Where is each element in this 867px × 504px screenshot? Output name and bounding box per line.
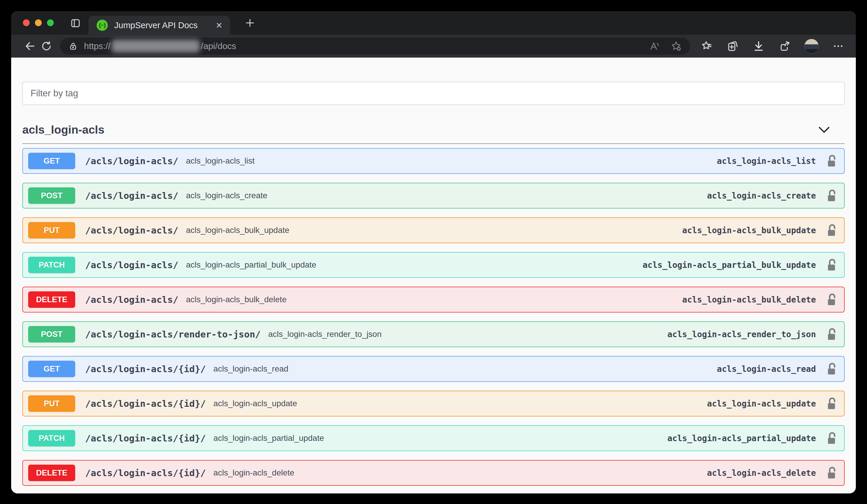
titlebar: {··} JumpServer API Docs xyxy=(11,11,856,35)
unlock-icon[interactable] xyxy=(826,328,836,341)
operation-id: acls_login-acls_partial_bulk_update xyxy=(643,260,816,270)
method-badge[interactable]: POST xyxy=(28,326,75,342)
https-lock-icon[interactable] xyxy=(69,42,77,51)
operation-row[interactable]: POST /acls/login-acls/render-to-json/ ac… xyxy=(22,321,845,347)
operation-id: acls_login-acls_bulk_update xyxy=(682,226,816,235)
unlock-icon[interactable] xyxy=(826,467,836,479)
operation-row[interactable]: GET /acls/login-acls/{id}/ acls_login-ac… xyxy=(22,356,845,382)
operation-id: acls_login-acls_create xyxy=(707,191,816,201)
operation-path: /acls/login-acls/ xyxy=(85,190,178,201)
download-icon[interactable] xyxy=(752,40,765,52)
operation-path: /acls/login-acls/{id}/ xyxy=(85,468,206,478)
close-window-button[interactable] xyxy=(23,19,30,26)
operation-id: acls_login-acls_list xyxy=(717,156,816,166)
method-badge[interactable]: PATCH xyxy=(28,257,75,273)
operation-row[interactable]: DELETE /acls/login-acls/{id}/ acls_login… xyxy=(22,460,845,486)
operation-id: acls_login-acls_bulk_delete xyxy=(682,295,816,304)
tag-section-header[interactable]: acls_login-acls xyxy=(22,124,845,136)
method-badge[interactable]: PUT xyxy=(28,222,75,238)
operation-id: acls_login-acls_render_to_json xyxy=(667,330,816,339)
operation-path: /acls/login-acls/{id}/ xyxy=(85,433,206,443)
address-bar[interactable]: https:// /api/docs xyxy=(60,37,690,55)
zoom-window-button[interactable] xyxy=(47,19,54,26)
operation-id: acls_login-acls_partial_update xyxy=(667,433,816,443)
filter-by-tag-input[interactable] xyxy=(22,82,845,105)
section-divider xyxy=(22,143,845,144)
tag-section-title: acls_login-acls xyxy=(22,124,105,136)
operation-description: acls_login-acls_bulk_update xyxy=(186,226,289,235)
operation-description: acls_login-acls_bulk_delete xyxy=(186,295,286,304)
unlock-icon[interactable] xyxy=(826,258,836,271)
operation-path: /acls/login-acls/ xyxy=(85,225,178,236)
traffic-lights xyxy=(23,19,54,26)
operation-path: /acls/login-acls/ xyxy=(85,156,178,166)
chevron-down-icon[interactable] xyxy=(818,126,831,133)
method-badge[interactable]: PATCH xyxy=(28,430,75,447)
unlock-icon[interactable] xyxy=(826,154,836,168)
operation-path: /acls/login-acls/render-to-json/ xyxy=(85,329,260,340)
url-text: https:// /api/docs xyxy=(84,40,236,53)
operation-id: acls_login-acls_delete xyxy=(707,468,816,478)
url-domain-redacted xyxy=(111,40,200,53)
method-badge[interactable]: POST xyxy=(28,187,75,204)
operation-description: acls_login-acls_update xyxy=(214,399,297,408)
more-menu-icon[interactable] xyxy=(832,40,844,52)
operation-row[interactable]: PUT /acls/login-acls/ acls_login-acls_bu… xyxy=(22,217,845,243)
collections-icon[interactable] xyxy=(727,40,739,52)
operation-id: acls_login-acls_update xyxy=(707,399,816,409)
tab-sidebar-icon[interactable] xyxy=(71,18,81,28)
operation-row[interactable]: PATCH /acls/login-acls/ acls_login-acls_… xyxy=(22,252,845,278)
operation-description: acls_login-acls_render_to_json xyxy=(268,330,382,339)
method-badge[interactable]: GET xyxy=(28,153,75,169)
operation-row[interactable]: DELETE /acls/login-acls/ acls_login-acls… xyxy=(22,287,845,312)
add-favorite-star-icon[interactable] xyxy=(670,40,682,52)
tab-title: JumpServer API Docs xyxy=(114,21,215,30)
operation-description: acls_login-acls_list xyxy=(186,156,254,166)
browser-window: {··} JumpServer API Docs xyxy=(11,11,856,493)
api-docs-page: acls_login-acls GET /acls/login-acls/ ac… xyxy=(11,57,856,493)
refresh-button[interactable] xyxy=(38,38,55,54)
operation-description: acls_login-acls_partial_bulk_update xyxy=(186,260,316,270)
unlock-icon[interactable] xyxy=(826,224,836,237)
browser-tab[interactable]: {··} JumpServer API Docs xyxy=(88,16,230,35)
method-badge[interactable]: DELETE xyxy=(28,291,75,308)
url-path: /api/docs xyxy=(201,41,236,51)
operation-description: acls_login-acls_read xyxy=(214,364,288,374)
tab-close-icon[interactable] xyxy=(215,21,223,29)
operation-path: /acls/login-acls/ xyxy=(85,294,178,305)
operation-row[interactable]: POST /acls/login-acls/ acls_login-acls_c… xyxy=(22,183,845,208)
unlock-icon[interactable] xyxy=(826,397,836,410)
method-badge[interactable]: GET xyxy=(28,361,75,377)
operation-description: acls_login-acls_partial_update xyxy=(214,433,324,443)
tab-favicon-icon: {··} xyxy=(97,20,108,31)
unlock-icon[interactable] xyxy=(826,363,836,375)
method-badge[interactable]: DELETE xyxy=(28,465,75,481)
operation-row[interactable]: PATCH /acls/login-acls/{id}/ acls_login-… xyxy=(22,425,845,451)
favorites-icon[interactable] xyxy=(701,40,713,52)
share-icon[interactable] xyxy=(778,40,791,52)
operation-path: /acls/login-acls/ xyxy=(85,260,178,270)
read-aloud-icon[interactable] xyxy=(649,41,660,52)
operation-description: acls_login-acls_delete xyxy=(214,468,295,478)
unlock-icon[interactable] xyxy=(826,189,836,202)
operation-row[interactable]: PUT /acls/login-acls/{id}/ acls_login-ac… xyxy=(22,390,845,417)
unlock-icon[interactable] xyxy=(826,293,836,306)
operation-path: /acls/login-acls/{id}/ xyxy=(85,398,206,409)
method-badge[interactable]: PUT xyxy=(28,395,75,412)
back-button[interactable] xyxy=(22,38,38,54)
url-scheme: https:// xyxy=(84,41,110,51)
operation-path: /acls/login-acls/{id}/ xyxy=(85,364,206,374)
unlock-icon[interactable] xyxy=(826,432,836,445)
operation-id: acls_login-acls_read xyxy=(717,364,816,374)
minimize-window-button[interactable] xyxy=(35,19,42,26)
operation-list: GET /acls/login-acls/ acls_login-acls_li… xyxy=(22,148,845,486)
browser-toolbar: https:// /api/docs xyxy=(11,35,856,57)
operation-row[interactable]: GET /acls/login-acls/ acls_login-acls_li… xyxy=(22,148,845,174)
new-tab-button[interactable] xyxy=(245,18,255,28)
profile-avatar[interactable] xyxy=(804,39,819,53)
operation-description: acls_login-acls_create xyxy=(186,191,267,200)
